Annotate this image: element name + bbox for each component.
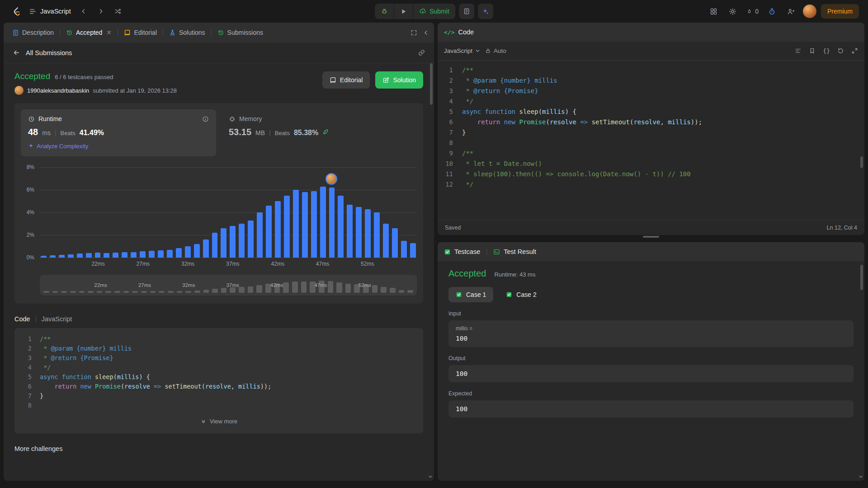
runtime-bar[interactable]: [401, 241, 407, 258]
runtime-bar[interactable]: [113, 253, 118, 258]
streak-counter[interactable]: 0: [744, 8, 760, 15]
code-line[interactable]: 8: [438, 138, 864, 148]
copy-link-icon[interactable]: [418, 49, 425, 56]
runtime-bar[interactable]: [338, 196, 344, 258]
runtime-bar[interactable]: [149, 251, 155, 258]
run-button[interactable]: [394, 4, 413, 19]
your-submission-marker[interactable]: [326, 173, 337, 185]
runtime-bar[interactable]: [248, 221, 254, 258]
runtime-bar[interactable]: [239, 224, 245, 258]
runtime-bar[interactable]: [194, 244, 200, 258]
runtime-bar[interactable]: [293, 190, 299, 258]
view-more-button[interactable]: View more: [22, 410, 416, 429]
tab-accepted[interactable]: Accepted: [62, 23, 116, 42]
case-2-chip[interactable]: Case 2: [499, 287, 543, 302]
runtime-bar[interactable]: [392, 228, 398, 258]
debug-button[interactable]: [375, 4, 394, 19]
leetcode-logo[interactable]: [9, 4, 24, 19]
runtime-bar[interactable]: [275, 201, 281, 258]
scroll-down-arrow-icon[interactable]: [858, 474, 863, 479]
code-line[interactable]: 11 * sleep(100).then(() => console.log(D…: [438, 169, 864, 179]
add-friend-button[interactable]: [784, 4, 798, 19]
runtime-bar[interactable]: [221, 228, 226, 258]
runtime-bar[interactable]: [167, 250, 173, 258]
runtime-bar[interactable]: [356, 207, 362, 258]
code-line[interactable]: 2 * @param {number} millis: [438, 75, 864, 86]
user-avatar[interactable]: [803, 5, 816, 18]
next-question-button[interactable]: [94, 4, 108, 19]
tab-solutions[interactable]: Solutions: [165, 23, 209, 42]
runtime-bar[interactable]: [257, 212, 263, 258]
auto-save-toggle[interactable]: Auto: [485, 47, 506, 54]
bookmark-icon[interactable]: [809, 47, 816, 54]
submit-button[interactable]: Submit: [413, 4, 455, 19]
language-selector[interactable]: JavaScript: [444, 47, 481, 54]
problem-list-button[interactable]: JavaScript: [26, 8, 74, 15]
runtime-bar[interactable]: [77, 253, 83, 258]
format-code-icon[interactable]: [795, 47, 802, 54]
chart-minimap[interactable]: 22ms27ms32ms37ms42ms47ms52ms: [40, 275, 417, 296]
test-panel-scrollbar[interactable]: [860, 265, 863, 290]
info-icon[interactable]: [202, 116, 209, 122]
runtime-bar[interactable]: [365, 209, 371, 258]
code-line[interactable]: 7}: [438, 127, 864, 138]
runtime-bar[interactable]: [410, 243, 416, 258]
runtime-bar[interactable]: [311, 191, 317, 258]
premium-button[interactable]: Premium: [821, 4, 859, 19]
code-line[interactable]: 9/**: [438, 148, 864, 159]
runtime-bar[interactable]: [140, 251, 146, 258]
code-line[interactable]: 1/**: [438, 65, 864, 75]
collapse-panel-icon[interactable]: [423, 29, 429, 36]
editorial-button[interactable]: Editorial: [322, 71, 370, 89]
runtime-bar[interactable]: [86, 253, 92, 258]
solution-button[interactable]: Solution: [375, 71, 423, 89]
runtime-bar[interactable]: [230, 226, 236, 258]
case-1-chip[interactable]: Case 1: [448, 287, 493, 302]
tab-submissions[interactable]: Submissions: [213, 23, 267, 42]
code-line[interactable]: 3 * @return {Promise}: [438, 86, 864, 96]
runtime-bar[interactable]: [158, 250, 164, 258]
code-editor[interactable]: 1/**2 * @param {number} millis3 * @retur…: [438, 61, 864, 220]
back-button[interactable]: [13, 49, 20, 56]
tab-editorial[interactable]: Editorial: [120, 23, 161, 42]
submitter-username[interactable]: 1990aleksandrbabaskin: [27, 87, 89, 94]
memory-metric[interactable]: Memory 53.15 MB | Beats 85.38%: [222, 109, 417, 156]
settings-button[interactable]: [725, 4, 740, 19]
notes-button[interactable]: [459, 4, 474, 19]
all-submissions-link[interactable]: All Submissions: [26, 49, 72, 56]
timer-button[interactable]: [765, 4, 779, 19]
scroll-down-arrow-icon[interactable]: [428, 474, 433, 479]
runtime-bar[interactable]: [383, 224, 389, 258]
runtime-bar[interactable]: [131, 252, 137, 258]
code-line[interactable]: 12 */: [438, 179, 864, 190]
prev-question-button[interactable]: [76, 4, 91, 19]
runtime-bar[interactable]: [68, 254, 74, 258]
tab-description[interactable]: Description: [8, 23, 58, 42]
runtime-bar[interactable]: [104, 253, 109, 258]
left-panel-scrollbar[interactable]: [430, 63, 433, 105]
runtime-bar[interactable]: [329, 188, 335, 258]
runtime-metric[interactable]: Runtime 48 ms | Beats 41.49%: [21, 109, 216, 156]
close-tab-icon[interactable]: [106, 30, 112, 35]
tab-testcase[interactable]: Testcase: [444, 248, 480, 255]
ai-assistant-button[interactable]: [478, 4, 493, 19]
runtime-bar[interactable]: [176, 248, 182, 258]
code-line[interactable]: 5async function sleep(millis) {: [438, 107, 864, 117]
snippets-icon[interactable]: {}: [823, 47, 830, 54]
code-line[interactable]: 4 */: [438, 96, 864, 107]
runtime-bar[interactable]: [302, 192, 308, 258]
runtime-bar[interactable]: [203, 239, 209, 258]
analyze-complexity-link[interactable]: Analyze Complexity: [28, 143, 88, 150]
runtime-bar[interactable]: [320, 187, 326, 258]
runtime-bar[interactable]: [212, 233, 218, 258]
runtime-bar[interactable]: [185, 246, 191, 258]
editor-scrollbar[interactable]: [860, 156, 863, 168]
tab-test-result[interactable]: Test Result: [493, 248, 536, 255]
reset-code-icon[interactable]: [837, 47, 844, 54]
runtime-bar[interactable]: [284, 196, 290, 258]
runtime-bar[interactable]: [95, 253, 101, 258]
runtime-bar[interactable]: [347, 205, 353, 258]
code-line[interactable]: 10 * let t = Date.now(): [438, 159, 864, 169]
code-line[interactable]: 6 return new Promise(resolve => setTimeo…: [438, 117, 864, 127]
runtime-bar[interactable]: [122, 252, 127, 258]
